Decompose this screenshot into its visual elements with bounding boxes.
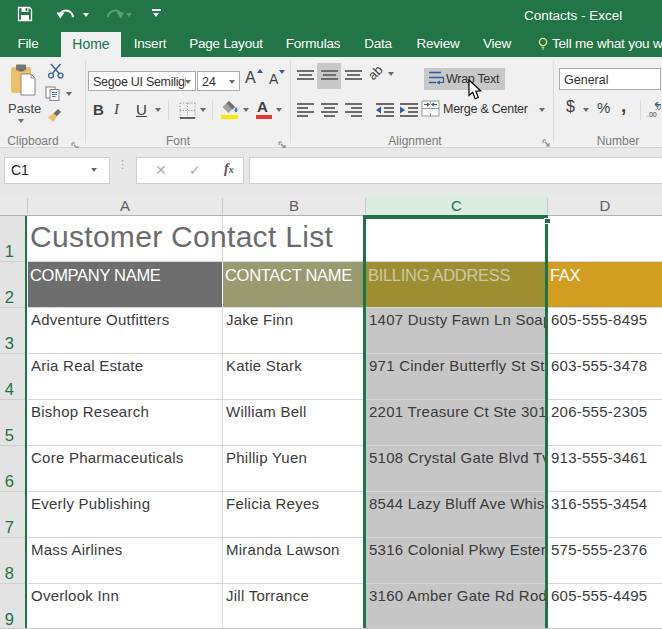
svg-text:.0: .0	[655, 104, 661, 111]
svg-text:.00: .00	[647, 111, 657, 118]
